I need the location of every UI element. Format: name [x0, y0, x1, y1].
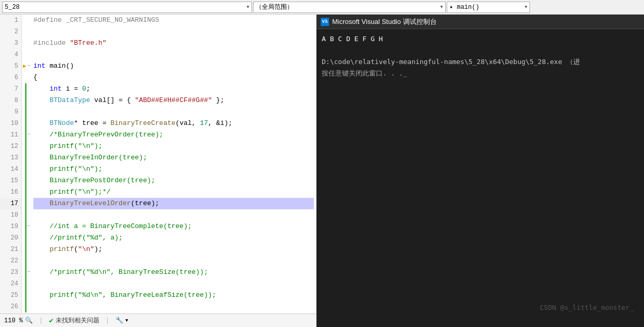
- line-num-13: 13: [0, 152, 21, 164]
- line-num-19: 19: [0, 221, 21, 232]
- vs-icon: VS: [321, 18, 329, 26]
- line-num-17: 17: [0, 198, 21, 209]
- code-line-25: printf("%d\n", BinaryTreeLeafSize(tree))…: [33, 290, 314, 301]
- console-body[interactable]: A B C D E F G H D:\code\relatively-meani…: [317, 29, 644, 327]
- code-line-7: int i = 0;: [33, 83, 314, 95]
- zoom-value: 110 %: [4, 317, 23, 324]
- status-divider: |: [39, 317, 43, 324]
- func-selector[interactable]: ✦ main() ▼: [447, 2, 530, 13]
- code-line-18: [33, 209, 314, 221]
- collapse-5[interactable]: −: [27, 60, 30, 72]
- line-num-25: 25: [0, 290, 21, 301]
- main-content: 1 2 3 4 5 6 7 8 9 10 11 12 13 14 15 16 1…: [0, 15, 644, 327]
- console-output-4: 按任意键关闭此窗口. . ._: [322, 68, 639, 79]
- status-bar: 110 % 🔍 | ✔ 未找到相关问题 | 🔧 ▼: [0, 313, 316, 327]
- line-num-1: 1: [0, 15, 21, 26]
- gutter: ▶ − − − −: [22, 15, 31, 313]
- line-num-18: 18: [0, 209, 21, 221]
- build-arrow: ▼: [125, 318, 128, 323]
- code-line-17: BinaryTreeLevelOrder(tree);: [33, 198, 314, 209]
- watermark: CSDN @s_little_monster_: [540, 304, 634, 311]
- code-line-2: [33, 26, 314, 37]
- code-line-9: [33, 106, 314, 118]
- func-selector-arrow: ▼: [525, 5, 527, 10]
- line-num-16: 16: [0, 186, 21, 198]
- code-line-11: /*BinaryTreePrevOrder(tree);: [33, 129, 314, 141]
- console-panel: VS Microsoft Visual Studio 调试控制台 A B C D…: [317, 15, 644, 327]
- file-selector-arrow: ▼: [247, 5, 249, 10]
- code-line-12: printf("\n");: [33, 141, 314, 152]
- line-num-10: 10: [0, 118, 21, 129]
- code-content[interactable]: #define _CRT_SECURE_NO_WARNINGS #include…: [31, 15, 316, 313]
- line-num-21: 21: [0, 244, 21, 255]
- line-num-7: 7: [0, 83, 21, 95]
- code-line-26: [33, 301, 314, 312]
- code-area[interactable]: 1 2 3 4 5 6 7 8 9 10 11 12 13 14 15 16 1…: [0, 15, 316, 313]
- line-num-2: 2: [0, 26, 21, 37]
- status-divider2: |: [106, 317, 109, 324]
- line-num-3: 3: [0, 37, 21, 49]
- line-num-5: 5: [0, 60, 21, 72]
- code-line-19: //int a = BinaryTreeComplete(tree);: [33, 221, 314, 232]
- scope-selector-arrow: ▼: [440, 5, 443, 10]
- console-title-bar: VS Microsoft Visual Studio 调试控制台: [317, 15, 644, 29]
- collapse-11[interactable]: −: [27, 129, 30, 141]
- top-bar: 5_28 ▼ （全局范围） ▼ ✦ main() ▼: [0, 0, 644, 15]
- scope-selector[interactable]: （全局范围） ▼: [253, 2, 446, 13]
- line-num-22: 22: [0, 255, 21, 267]
- no-issues-text: 未找到相关问题: [56, 316, 99, 325]
- code-line-22: [33, 255, 314, 267]
- line-num-4: 4: [0, 49, 21, 60]
- code-line-8: BTDataType val[] = { "ABD##E#H##CF##G##"…: [33, 95, 314, 106]
- line-num-12: 12: [0, 141, 21, 152]
- line-num-14: 14: [0, 164, 21, 175]
- line-num-23: 23: [0, 267, 21, 278]
- line-numbers: 1 2 3 4 5 6 7 8 9 10 11 12 13 14 15 16 1…: [0, 15, 22, 313]
- code-line-4: [33, 49, 314, 60]
- code-line-10: BTNode* tree = BinaryTreeCreate(val, 17,…: [33, 118, 314, 129]
- code-line-1: #define _CRT_SECURE_NO_WARNINGS: [33, 15, 314, 26]
- code-line-23: /*printf("%d\n", BinaryTreeSize(tree));: [33, 267, 314, 278]
- file-selector[interactable]: 5_28 ▼: [2, 2, 252, 13]
- zoom-control[interactable]: 110 % 🔍: [4, 317, 33, 324]
- code-line-3: #include "BTree.h": [33, 37, 314, 49]
- scope-bar: [25, 83, 27, 312]
- code-line-16: printf("\n");*/: [33, 186, 314, 198]
- line-num-15: 15: [0, 175, 21, 186]
- func-selector-label: ✦ main(): [449, 3, 479, 11]
- line-num-11: 11: [0, 129, 21, 141]
- scope-selector-label: （全局范围）: [256, 3, 293, 11]
- debug-arrow: ▶: [23, 60, 27, 72]
- code-line-14: printf("\n");: [33, 164, 314, 175]
- build-icon: 🔧: [116, 317, 123, 324]
- console-title: Microsoft Visual Studio 调试控制台: [332, 17, 437, 27]
- code-line-13: BinaryTreeInOrder(tree);: [33, 152, 314, 164]
- console-output-2: [322, 45, 639, 56]
- line-num-9: 9: [0, 106, 21, 118]
- line-num-24: 24: [0, 278, 21, 290]
- line-num-6: 6: [0, 72, 21, 83]
- collapse-23[interactable]: −: [27, 267, 30, 278]
- zoom-icon: 🔍: [25, 317, 33, 324]
- code-line-5: int main(): [33, 60, 314, 72]
- collapse-19[interactable]: −: [27, 221, 30, 232]
- line-num-20: 20: [0, 232, 21, 244]
- console-output-1: A B C D E F G H: [322, 33, 639, 45]
- status-ok-group: ✔ 未找到相关问题: [49, 316, 99, 325]
- code-line-20: //printf("%d", a);: [33, 232, 314, 244]
- ok-icon: ✔: [49, 316, 53, 325]
- code-line-24: [33, 278, 314, 290]
- build-indicator[interactable]: 🔧 ▼: [116, 317, 128, 324]
- code-line-21: printf("\n");: [33, 244, 314, 255]
- file-selector-label: 5_28: [5, 4, 20, 11]
- line-num-8: 8: [0, 95, 21, 106]
- code-line-6: {: [33, 72, 314, 83]
- console-output-3: D:\code\relatively-meaningful-names\5_28…: [322, 56, 639, 68]
- code-line-15: BinaryTreePostOrder(tree);: [33, 175, 314, 186]
- line-num-26: 26: [0, 301, 21, 312]
- code-panel: 1 2 3 4 5 6 7 8 9 10 11 12 13 14 15 16 1…: [0, 15, 317, 327]
